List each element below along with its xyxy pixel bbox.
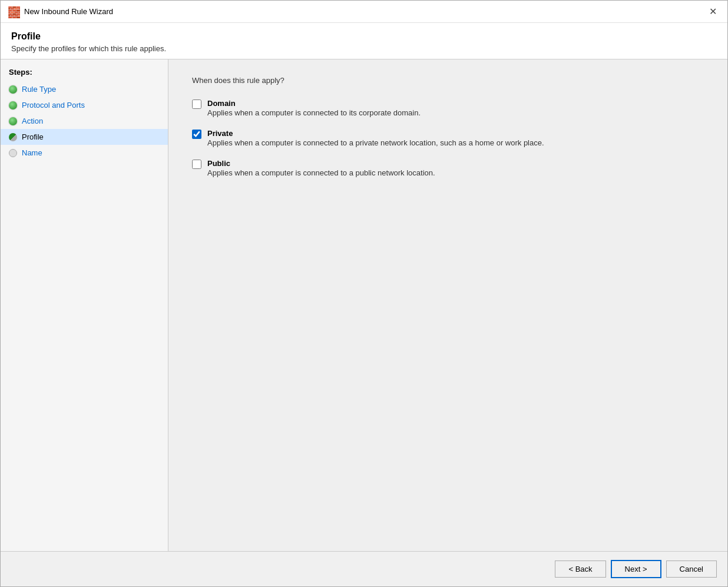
public-description: Applies when a computer is connected to … xyxy=(207,168,435,178)
domain-title[interactable]: Domain xyxy=(207,99,236,108)
main-content: Steps: Rule Type Protocol and Ports Acti… xyxy=(1,59,727,551)
private-description: Applies when a computer is connected to … xyxy=(207,138,544,148)
domain-description: Applies when a computer is connected to … xyxy=(207,108,421,118)
step-dot-action xyxy=(9,117,17,125)
sidebar-item-protocol-ports[interactable]: Protocol and Ports xyxy=(1,97,168,113)
step-label-protocol-ports: Protocol and Ports xyxy=(22,101,85,110)
close-button[interactable]: ✕ xyxy=(705,4,720,19)
step-dot-protocol-ports xyxy=(9,101,17,110)
sidebar-item-name[interactable]: Name xyxy=(1,145,168,161)
sidebar-item-profile[interactable]: Profile xyxy=(1,129,168,145)
public-checkbox[interactable] xyxy=(192,160,201,169)
step-label-action: Action xyxy=(22,117,43,125)
app-icon: 🧱 xyxy=(8,6,19,18)
sidebar-item-rule-type[interactable]: Rule Type xyxy=(1,81,168,97)
option-public: Public Applies when a computer is connec… xyxy=(192,159,704,178)
title-bar: 🧱 New Inbound Rule Wizard ✕ xyxy=(1,1,727,23)
private-checkbox-container[interactable] xyxy=(192,130,201,141)
public-content: Public Applies when a computer is connec… xyxy=(207,159,435,178)
option-private: Private Applies when a computer is conne… xyxy=(192,129,704,148)
private-content: Private Applies when a computer is conne… xyxy=(207,129,544,148)
domain-content: Domain Applies when a computer is connec… xyxy=(207,99,421,118)
footer: < Back Next > Cancel xyxy=(1,551,727,586)
sidebar-item-action[interactable]: Action xyxy=(1,113,168,129)
cancel-button[interactable]: Cancel xyxy=(666,561,717,578)
step-dot-name xyxy=(9,149,17,157)
domain-checkbox-container[interactable] xyxy=(192,100,201,111)
title-bar-left: 🧱 New Inbound Rule Wizard xyxy=(8,6,113,18)
private-checkbox[interactable] xyxy=(192,130,201,139)
step-dot-rule-type xyxy=(9,85,17,94)
page-title: Profile xyxy=(11,31,717,42)
option-domain: Domain Applies when a computer is connec… xyxy=(192,99,704,118)
steps-label: Steps: xyxy=(1,68,168,81)
step-label-rule-type: Rule Type xyxy=(22,85,56,94)
domain-checkbox[interactable] xyxy=(192,100,201,109)
window-title: New Inbound Rule Wizard xyxy=(24,7,113,16)
sidebar: Steps: Rule Type Protocol and Ports Acti… xyxy=(1,59,168,551)
step-label-profile: Profile xyxy=(22,132,44,141)
step-label-name: Name xyxy=(22,148,42,157)
header-section: Profile Specify the profiles for which t… xyxy=(1,23,727,59)
step-dot-profile xyxy=(9,133,17,141)
public-title[interactable]: Public xyxy=(207,159,230,168)
content-area: When does this rule apply? Domain Applie… xyxy=(168,59,727,551)
page-subtitle: Specify the profiles for which this rule… xyxy=(11,44,717,53)
wizard-window: 🧱 New Inbound Rule Wizard ✕ Profile Spec… xyxy=(0,0,728,587)
question-text: When does this rule apply? xyxy=(192,76,704,85)
back-button[interactable]: < Back xyxy=(555,561,605,578)
next-button[interactable]: Next > xyxy=(611,560,661,578)
public-checkbox-container[interactable] xyxy=(192,160,201,171)
private-title[interactable]: Private xyxy=(207,129,233,138)
option-group: Domain Applies when a computer is connec… xyxy=(192,99,704,179)
